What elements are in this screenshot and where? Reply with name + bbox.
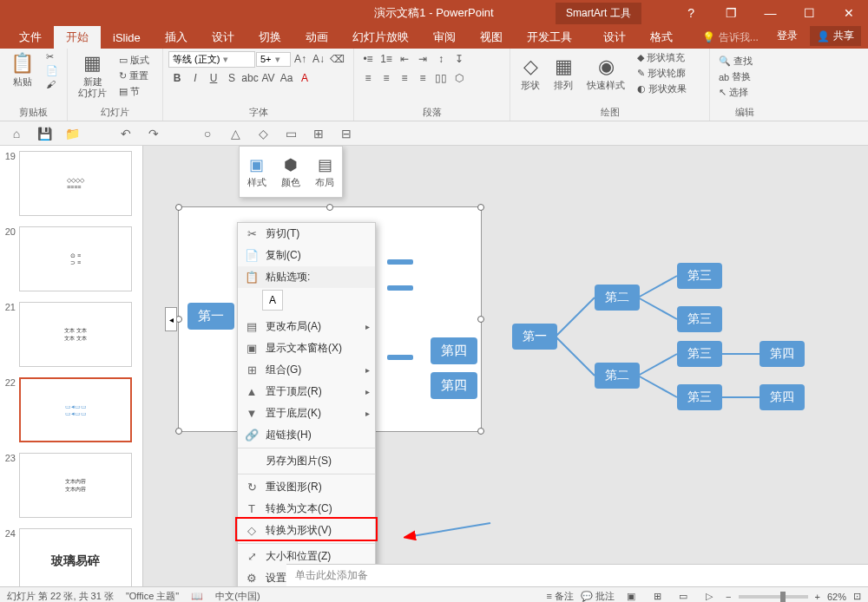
bold-button[interactable]: B bbox=[168, 69, 186, 87]
tab-view[interactable]: 视图 bbox=[468, 26, 515, 49]
shadow-button[interactable]: abc bbox=[241, 69, 259, 87]
reading-view-icon[interactable]: ▭ bbox=[674, 589, 693, 603]
new-slide-button[interactable]: ▦ 新建 幻灯片 bbox=[73, 50, 112, 101]
qat-icon-2[interactable]: △ bbox=[226, 124, 245, 143]
tree-node[interactable]: 第四 bbox=[431, 337, 477, 364]
folder-icon[interactable]: 📁 bbox=[62, 124, 82, 143]
resize-handle[interactable] bbox=[175, 428, 182, 435]
clear-format-icon[interactable]: ⌫ bbox=[328, 50, 345, 68]
cm-copy[interactable]: 📄复制(C) bbox=[238, 245, 375, 266]
comments-button[interactable]: 💬 批注 bbox=[581, 590, 615, 602]
tab-review[interactable]: 审阅 bbox=[421, 26, 468, 49]
arrange-button[interactable]: ▦排列 bbox=[549, 54, 578, 93]
zoom-slider[interactable] bbox=[739, 595, 808, 599]
reset-button[interactable]: ↻ 重置 bbox=[115, 69, 153, 83]
spell-check-icon[interactable]: 📖 bbox=[191, 591, 203, 602]
cut-button[interactable]: ✂ bbox=[43, 50, 62, 63]
help-icon[interactable]: ? bbox=[687, 6, 694, 20]
font-color-button[interactable]: A bbox=[296, 69, 313, 87]
align-center-icon[interactable]: ≡ bbox=[378, 69, 395, 87]
tab-developer[interactable]: 开发工具 bbox=[515, 26, 584, 49]
qat-icon-5[interactable]: ⊞ bbox=[309, 124, 328, 143]
tab-islide[interactable]: iSlide bbox=[101, 26, 153, 49]
underline-button[interactable]: U bbox=[205, 69, 222, 87]
align-left-icon[interactable]: ≡ bbox=[359, 69, 377, 87]
justify-icon[interactable]: ≡ bbox=[414, 69, 431, 87]
cm-paste-option-item[interactable]: A bbox=[238, 288, 375, 316]
share-button[interactable]: 👤 共享 bbox=[810, 26, 861, 46]
slide-thumb-19[interactable]: 19 ◇◇◇◇≡≡≡≡ bbox=[0, 146, 142, 221]
bullets-icon[interactable]: •≡ bbox=[359, 50, 377, 68]
convert-smartart-icon[interactable]: ⬡ bbox=[450, 69, 468, 87]
close-icon[interactable]: ✕ bbox=[829, 0, 868, 26]
zoom-level[interactable]: 62% bbox=[827, 592, 846, 602]
fit-window-icon[interactable]: ⊡ bbox=[853, 591, 861, 602]
zoom-out-icon[interactable]: − bbox=[726, 592, 731, 602]
format-painter-button[interactable]: 🖌 bbox=[43, 78, 62, 90]
layout-button[interactable]: ▭ 版式 bbox=[115, 53, 153, 68]
style-button[interactable]: ▣样式 bbox=[240, 147, 273, 197]
canvas-area[interactable]: ▣样式 ⬢颜色 ▤布局 ◂ 第一 第四 第四 ✂剪切(T) 📄复制(C) bbox=[143, 146, 868, 586]
redo-icon[interactable]: ↷ bbox=[144, 124, 163, 143]
spacing-button[interactable]: AV bbox=[260, 69, 277, 87]
text-direction-icon[interactable]: ↧ bbox=[450, 50, 468, 68]
tab-insert[interactable]: 插入 bbox=[153, 26, 200, 49]
cm-change-layout[interactable]: ▤更改布局(A)▸ bbox=[238, 316, 375, 337]
maximize-icon[interactable]: ☐ bbox=[790, 0, 829, 26]
columns-icon[interactable]: ▯▯ bbox=[432, 69, 450, 87]
sorter-view-icon[interactable]: ⊞ bbox=[648, 589, 667, 603]
shapes-button[interactable]: ◇形状 bbox=[516, 54, 545, 93]
cm-reset-shape[interactable]: ↻重设图形(R) bbox=[238, 476, 375, 498]
grow-font-icon[interactable]: A↑ bbox=[292, 50, 309, 68]
slide-thumb-21[interactable]: 21 文本 文本文本 文本 bbox=[0, 297, 142, 372]
line-spacing-icon[interactable]: ↕ bbox=[432, 50, 450, 68]
slide-thumb-23[interactable]: 23 文本内容文本内容 bbox=[0, 448, 142, 523]
notes-button[interactable]: ≡ 备注 bbox=[547, 590, 574, 602]
cm-bring-front[interactable]: ▲置于顶层(R)▸ bbox=[238, 381, 375, 402]
paste-button[interactable]: 📋 粘贴 bbox=[5, 50, 39, 89]
tab-file[interactable]: 文件 bbox=[7, 26, 54, 49]
font-size-combo[interactable]: 5+▾ bbox=[256, 52, 291, 67]
expand-text-pane[interactable]: ◂ bbox=[165, 307, 177, 331]
shape-fill-button[interactable]: ◆ 形状填充 bbox=[634, 50, 690, 65]
indent-right-icon[interactable]: ⇥ bbox=[414, 50, 431, 68]
undo-icon[interactable]: ↶ bbox=[116, 124, 135, 143]
tab-home[interactable]: 开始 bbox=[54, 26, 101, 49]
cm-cut[interactable]: ✂剪切(T) bbox=[238, 223, 375, 245]
cm-convert-text[interactable]: T转换为文本(C) bbox=[238, 498, 375, 520]
cm-convert-shape[interactable]: ◇转换为形状(V) bbox=[238, 520, 375, 541]
numbering-icon[interactable]: 1≡ bbox=[378, 50, 395, 68]
case-button[interactable]: Aa bbox=[278, 69, 295, 87]
normal-view-icon[interactable]: ▣ bbox=[621, 589, 641, 603]
cm-show-text[interactable]: ▣显示文本窗格(X) bbox=[238, 337, 375, 359]
save-icon[interactable]: 💾 bbox=[35, 124, 54, 143]
find-button[interactable]: 🔍 查找 bbox=[715, 54, 774, 69]
layout-button[interactable]: ▤布局 bbox=[308, 147, 342, 197]
cm-send-back[interactable]: ▼置于底层(K)▸ bbox=[238, 402, 375, 424]
slide-thumb-24[interactable]: 24 玻璃易碎 bbox=[0, 523, 142, 586]
minimize-icon[interactable]: — bbox=[751, 0, 790, 26]
restore-down-icon[interactable]: ❐ bbox=[712, 0, 751, 26]
notes-bar[interactable]: 单击此处添加备 bbox=[286, 564, 868, 586]
cm-group[interactable]: ⊞组合(G)▸ bbox=[238, 359, 375, 381]
replace-button[interactable]: ab 替换 bbox=[715, 69, 774, 84]
tab-design[interactable]: 设计 bbox=[200, 26, 247, 49]
qat-icon-6[interactable]: ⊟ bbox=[337, 124, 356, 143]
align-right-icon[interactable]: ≡ bbox=[396, 69, 413, 87]
resize-handle[interactable] bbox=[326, 204, 333, 211]
tell-me-box[interactable]: 💡 告诉我... bbox=[702, 26, 759, 49]
italic-button[interactable]: I bbox=[187, 69, 204, 87]
resize-handle[interactable] bbox=[175, 204, 182, 211]
quick-styles-button[interactable]: ◉快速样式 bbox=[582, 54, 630, 93]
language[interactable]: 中文(中国) bbox=[215, 590, 260, 602]
indent-left-icon[interactable]: ⇤ bbox=[396, 50, 413, 68]
tab-transitions[interactable]: 切换 bbox=[247, 26, 293, 49]
resize-handle[interactable] bbox=[477, 316, 484, 323]
tab-sa-design[interactable]: 设计 bbox=[591, 26, 638, 49]
resize-handle[interactable] bbox=[477, 204, 484, 211]
qat-icon-3[interactable]: ◇ bbox=[253, 124, 273, 143]
shrink-font-icon[interactable]: A↓ bbox=[310, 50, 327, 68]
font-name-combo[interactable]: 等线 (正文)▾ bbox=[168, 51, 255, 68]
cm-save-pic[interactable]: 另存为图片(S) bbox=[238, 450, 375, 472]
tab-slideshow[interactable]: 幻灯片放映 bbox=[340, 26, 421, 49]
